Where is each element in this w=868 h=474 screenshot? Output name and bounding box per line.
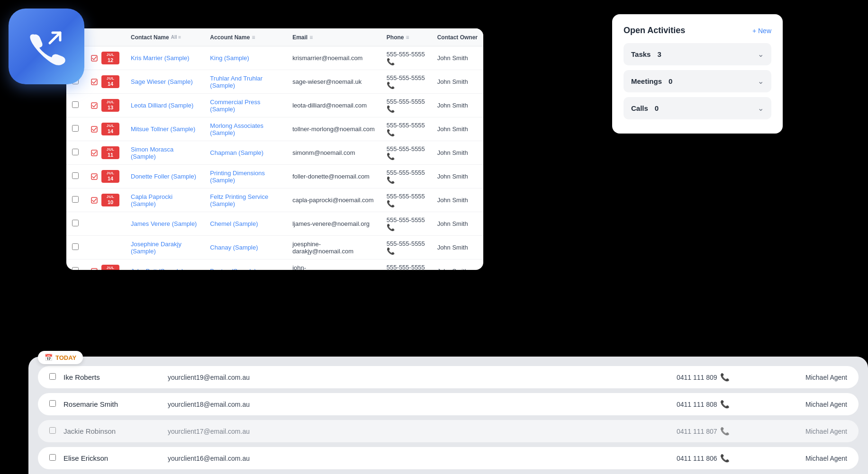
row-checkbox-cell[interactable] bbox=[66, 165, 84, 188]
phone-call-icon[interactable]: 📞 bbox=[387, 224, 395, 231]
phone-call-icon[interactable]: 📞 bbox=[387, 129, 395, 136]
activity-item-tasks[interactable]: Tasks 3 ⌄ bbox=[624, 43, 771, 65]
bottom-row-checkbox-cell[interactable] bbox=[49, 373, 56, 382]
row-checkbox-cell[interactable] bbox=[66, 141, 84, 165]
bottom-row-checkbox-cell[interactable] bbox=[49, 427, 56, 436]
account-name-cell[interactable]: Chemel (Sample) bbox=[204, 212, 287, 236]
chevron-down-icon: ⌄ bbox=[758, 77, 764, 86]
row-checkbox[interactable] bbox=[72, 101, 79, 108]
contact-name-cell[interactable]: Donette Foller (Sample) bbox=[125, 165, 204, 188]
phone-icon-card bbox=[9, 9, 84, 84]
row-checkbox[interactable] bbox=[72, 220, 79, 226]
bottom-row-checkbox[interactable] bbox=[49, 400, 56, 407]
bottom-phone-icon[interactable]: 📞 bbox=[720, 373, 730, 382]
bottom-row-checkbox[interactable] bbox=[49, 427, 56, 434]
phone-call-icon[interactable]: 📞 bbox=[387, 247, 395, 255]
phone-cell: 555-555-5555 📞 bbox=[381, 188, 432, 212]
contact-name-cell[interactable]: Simon Morasca (Sample) bbox=[125, 141, 204, 165]
email-cell: joesphine-darakjy@noemail.com bbox=[287, 236, 381, 259]
phone-call-icon[interactable]: 📞 bbox=[387, 152, 395, 160]
contact-name-cell[interactable]: John Butt (Sample) bbox=[125, 259, 204, 270]
account-name-cell[interactable]: Chapman (Sample) bbox=[204, 141, 287, 165]
row-checkbox[interactable] bbox=[72, 243, 79, 250]
phone-menu[interactable]: ≡ bbox=[406, 34, 409, 41]
row-checkbox-cell[interactable] bbox=[66, 117, 84, 141]
phone-call-icon[interactable]: 📞 bbox=[387, 176, 395, 184]
bottom-row-checkbox-cell[interactable] bbox=[49, 454, 56, 463]
row-checkbox-cell[interactable] bbox=[66, 259, 84, 270]
phone-cell: 555-555-5555 📞 bbox=[381, 117, 432, 141]
bottom-row-name[interactable]: Ike Roberts bbox=[63, 373, 168, 381]
contact-owner-cell: John Smith bbox=[432, 212, 483, 236]
contact-name-cell[interactable]: Capla Paprocki (Sample) bbox=[125, 188, 204, 212]
tag-checkbox-icon bbox=[90, 149, 99, 157]
tag-header bbox=[84, 28, 125, 46]
activity-item-calls[interactable]: Calls 0 ⌄ bbox=[624, 97, 771, 119]
activity-item-meetings[interactable]: Meetings 0 ⌄ bbox=[624, 70, 771, 92]
activity-count: 0 bbox=[669, 77, 672, 85]
row-checkbox[interactable] bbox=[72, 125, 79, 132]
row-checkbox-cell[interactable] bbox=[66, 236, 84, 259]
bottom-row-phone: 0411 111 807 📞 bbox=[677, 427, 771, 436]
row-checkbox-cell[interactable] bbox=[66, 212, 84, 236]
email-cell: ljames-venere@noemail.org bbox=[287, 212, 381, 236]
contact-name-cell[interactable]: Kris Marrier (Sample) bbox=[125, 46, 204, 70]
bottom-row-checkbox[interactable] bbox=[49, 454, 56, 461]
phone-call-icon[interactable]: 📞 bbox=[387, 81, 395, 89]
row-checkbox-cell[interactable] bbox=[66, 188, 84, 212]
row-tag-cell: JUL10 bbox=[84, 188, 125, 212]
account-name-cell[interactable]: Feltz Printing Service (Sample) bbox=[204, 188, 287, 212]
account-name-cell[interactable]: Truhlar And Truhlar (Sample) bbox=[204, 70, 287, 94]
table-row: JUL14Mitsue Tollner (Sample)Morlong Asso… bbox=[66, 117, 483, 141]
contact-name-cell[interactable]: Josephine Darakjy (Sample) bbox=[125, 236, 204, 259]
tag-checkbox-icon bbox=[90, 172, 99, 181]
account-name-cell[interactable]: Benton (Sample) bbox=[204, 259, 287, 270]
activity-label: Tasks bbox=[631, 50, 651, 58]
bottom-phone-icon[interactable]: 📞 bbox=[720, 454, 730, 463]
row-tag-cell: JUL14 bbox=[84, 117, 125, 141]
email-cell: leota-dilliard@noemail.com bbox=[287, 94, 381, 117]
row-checkbox[interactable] bbox=[72, 172, 79, 179]
account-name-cell[interactable]: Printing Dimensions (Sample) bbox=[204, 165, 287, 188]
row-checkbox[interactable] bbox=[72, 267, 79, 270]
phone-cell: 555-555-5555 📞 bbox=[381, 46, 432, 70]
date-badge: JUL14 bbox=[101, 75, 119, 88]
row-checkbox-cell[interactable] bbox=[66, 94, 84, 117]
contact-name-cell[interactable]: Mitsue Tollner (Sample) bbox=[125, 117, 204, 141]
phone-call-icon[interactable]: 📞 bbox=[387, 200, 395, 207]
account-name-cell[interactable]: Chanay (Sample) bbox=[204, 236, 287, 259]
bottom-row-checkbox[interactable] bbox=[49, 373, 56, 380]
email-menu[interactable]: ≡ bbox=[309, 34, 313, 41]
activities-header: Open Activities + New bbox=[624, 26, 771, 36]
account-name-menu[interactable]: ≡ bbox=[252, 34, 255, 41]
account-name-cell[interactable]: Morlong Associates (Sample) bbox=[204, 117, 287, 141]
bottom-row-phone: 0411 111 806 📞 bbox=[677, 454, 771, 463]
bottom-row-name[interactable]: Jackie Robinson bbox=[63, 427, 168, 435]
bottom-row-checkbox-cell[interactable] bbox=[49, 400, 56, 409]
bottom-row-email: yourclient18@email.com.au bbox=[168, 401, 677, 408]
activities-panel: Open Activities + New Tasks 3 ⌄ Meetings… bbox=[612, 14, 783, 134]
activity-left: Calls 0 bbox=[631, 104, 659, 112]
bottom-phone-icon[interactable]: 📞 bbox=[720, 400, 730, 409]
phone-call-icon[interactable]: 📞 bbox=[387, 105, 395, 113]
bottom-row-name[interactable]: Rosemarie Smith bbox=[63, 400, 168, 408]
bottom-row-phone: 0411 111 808 📞 bbox=[677, 400, 771, 409]
bottom-phone-icon[interactable]: 📞 bbox=[720, 427, 730, 436]
activities-title: Open Activities bbox=[624, 26, 685, 36]
account-name-cell[interactable]: Commercial Press (Sample) bbox=[204, 94, 287, 117]
contact-name-cell[interactable]: Sage Wieser (Sample) bbox=[125, 70, 204, 94]
table-row: JUL10Capla Paprocki (Sample)Feltz Printi… bbox=[66, 188, 483, 212]
bottom-row-email: yourclient17@email.com.au bbox=[168, 428, 677, 435]
contact-name-sort[interactable]: All ≡ bbox=[171, 35, 181, 40]
activities-new-button[interactable]: + New bbox=[752, 27, 771, 35]
contact-name-cell[interactable]: James Venere (Sample) bbox=[125, 212, 204, 236]
bottom-row-owner: Michael Agent bbox=[771, 428, 847, 435]
contacts-panel: Contact Name All ≡ Account Name ≡ Email … bbox=[66, 28, 483, 270]
row-checkbox[interactable] bbox=[72, 196, 79, 203]
contacts-table: Contact Name All ≡ Account Name ≡ Email … bbox=[66, 28, 483, 270]
bottom-row-name[interactable]: Elise Erickson bbox=[63, 454, 168, 462]
phone-call-icon[interactable]: 📞 bbox=[387, 58, 395, 65]
contact-name-cell[interactable]: Leota Dilliard (Sample) bbox=[125, 94, 204, 117]
account-name-cell[interactable]: King (Sample) bbox=[204, 46, 287, 70]
row-checkbox[interactable] bbox=[72, 149, 79, 155]
